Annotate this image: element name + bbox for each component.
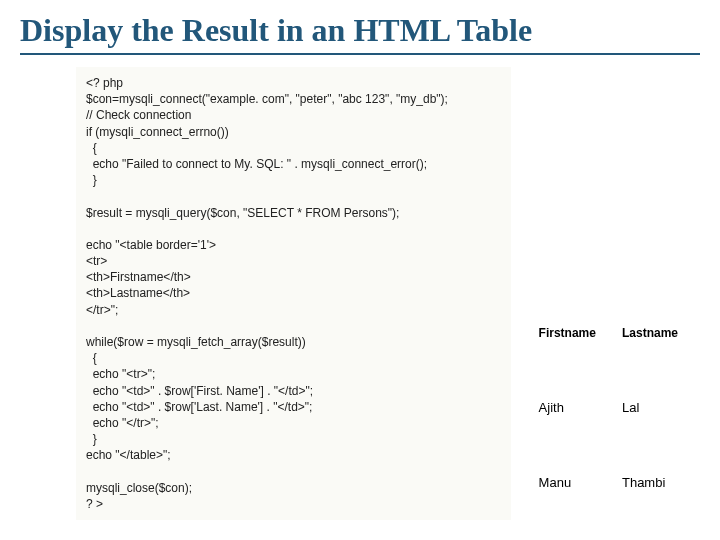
col-header-firstname: Firstname (535, 297, 618, 369)
cell-firstname: Manu (535, 445, 618, 520)
cell-lastname: Lal (618, 369, 700, 444)
table-header-row: Firstname Lastname (535, 297, 700, 369)
table-row: Manu Thambi (535, 445, 700, 520)
cell-lastname: Thambi (618, 445, 700, 520)
cell-firstname: Ajith (535, 369, 618, 444)
code-block: <? php $con=mysqli_connect("example. com… (76, 67, 511, 520)
table-row: Ajith Lal (535, 369, 700, 444)
result-table: Firstname Lastname Ajith Lal Manu Thambi (535, 297, 700, 520)
page-title: Display the Result in an HTML Table (20, 12, 700, 55)
col-header-lastname: Lastname (618, 297, 700, 369)
